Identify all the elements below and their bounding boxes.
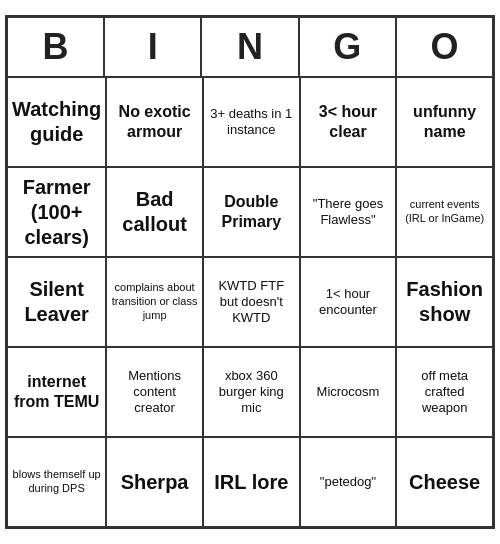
cell-12: KWTD FTF but doesn't KWTD — [203, 257, 300, 347]
header-b: B — [7, 17, 104, 77]
header-o: O — [396, 17, 493, 77]
bingo-card: B I N G O Watching guide No exotic armou… — [5, 15, 495, 529]
cell-14: Fashion show — [396, 257, 493, 347]
cell-5: Farmer (100+ clears) — [7, 167, 106, 257]
cell-22: IRL lore — [203, 437, 300, 527]
cell-0: Watching guide — [7, 77, 106, 167]
cell-17: xbox 360 burger king mic — [203, 347, 300, 437]
cell-23: "petedog" — [300, 437, 397, 527]
cell-24: Cheese — [396, 437, 493, 527]
cell-10: Silent Leaver — [7, 257, 106, 347]
header-g: G — [299, 17, 396, 77]
cell-3: 3< hour clear — [300, 77, 397, 167]
header-n: N — [201, 17, 298, 77]
cell-19: off meta crafted weapon — [396, 347, 493, 437]
cell-15: internet from TEMU — [7, 347, 106, 437]
header-i: I — [104, 17, 201, 77]
cell-21: Sherpa — [106, 437, 203, 527]
cell-18: Microcosm — [300, 347, 397, 437]
cell-4: unfunny name — [396, 77, 493, 167]
cell-9: current events (IRL or InGame) — [396, 167, 493, 257]
bingo-header: B I N G O — [7, 17, 493, 77]
cell-2: 3+ deaths in 1 instance — [203, 77, 300, 167]
cell-6: Bad callout — [106, 167, 203, 257]
cell-13: 1< hour encounter — [300, 257, 397, 347]
cell-1: No exotic armour — [106, 77, 203, 167]
cell-7: Double Primary — [203, 167, 300, 257]
cell-8: "There goes Flawless" — [300, 167, 397, 257]
bingo-grid: Watching guide No exotic armour 3+ death… — [7, 77, 493, 527]
cell-20: blows themself up during DPS — [7, 437, 106, 527]
cell-11: complains about transition or class jump — [106, 257, 203, 347]
cell-16: Mentions content creator — [106, 347, 203, 437]
